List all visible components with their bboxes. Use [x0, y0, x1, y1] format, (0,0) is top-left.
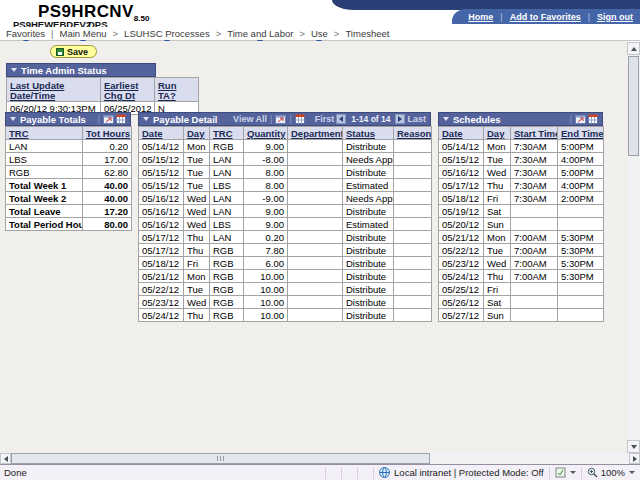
save-button[interactable]: Save	[50, 45, 97, 58]
add-to-favorites-link[interactable]: Add to Favorites	[510, 12, 581, 22]
next-page-button[interactable]	[395, 114, 405, 124]
scroll-left-button[interactable]	[0, 453, 11, 464]
home-link[interactable]: Home	[468, 12, 493, 22]
table-cell: 40.00	[83, 179, 132, 192]
column-header[interactable]: Reason	[394, 127, 432, 140]
section-title: Schedules	[453, 114, 501, 125]
table-cell: 05/18/12	[439, 192, 484, 205]
column-header[interactable]: End Time	[558, 127, 604, 140]
column-header[interactable]: Start Time	[511, 127, 558, 140]
collapse-triangle-icon[interactable]	[143, 117, 149, 121]
collapse-triangle-icon[interactable]	[443, 117, 449, 121]
column-header[interactable]: Date	[439, 127, 484, 140]
breadcrumb-item-lsuhsc-processes[interactable]: LSUHSC Processes	[124, 28, 210, 39]
column-header[interactable]: TRC	[6, 127, 83, 140]
column-header[interactable]: Tot Hours	[83, 127, 132, 140]
table-cell: 05/24/12	[439, 270, 484, 283]
table-cell: Sat	[484, 296, 511, 309]
view-all-link[interactable]: View All	[233, 114, 267, 124]
compatibility-view-segment[interactable]	[549, 467, 581, 479]
table-cell: Mon	[484, 140, 511, 153]
compatibility-view-icon	[555, 467, 566, 478]
column-header-label: Tot Hours	[86, 128, 130, 139]
header-row: DateDayTRCQuantityDepartmentStatusReason	[139, 127, 432, 140]
column-header[interactable]: Department	[288, 127, 343, 140]
payable-detail-table: DateDayTRCQuantityDepartmentStatusReason…	[138, 126, 432, 322]
last-page-link[interactable]: Last	[407, 114, 426, 124]
breadcrumb-item-time-and-labor[interactable]: Time and Labor	[227, 28, 293, 39]
table-cell: Wed	[484, 166, 511, 179]
download-grid-icon[interactable]	[116, 114, 126, 124]
table-cell: Sun	[484, 218, 511, 231]
table-cell: 0.20	[83, 140, 132, 153]
vertical-scrollbar[interactable]	[627, 42, 640, 453]
scroll-down-button[interactable]	[627, 440, 640, 453]
table-cell: Tue	[484, 153, 511, 166]
table-cell: Tue	[484, 244, 511, 257]
column-header[interactable]: Day	[184, 127, 210, 140]
column-header[interactable]: Run TA?	[155, 78, 199, 102]
breadcrumb-separator: >	[334, 28, 340, 39]
table-cell: 7.80	[244, 244, 288, 257]
breadcrumb: Favorites|Main Menu>LSUHSC Processes>Tim…	[0, 27, 640, 41]
column-header[interactable]: TRC	[210, 127, 244, 140]
previous-page-button[interactable]	[336, 114, 346, 124]
download-grid-icon[interactable]	[588, 114, 598, 124]
table-cell	[288, 270, 343, 283]
breadcrumb-separator: >	[113, 28, 119, 39]
horizontal-scrollbar[interactable]	[0, 453, 640, 464]
scroll-right-button[interactable]	[629, 453, 640, 464]
vertical-scroll-thumb[interactable]	[628, 56, 639, 156]
table-cell: Total Week 2	[6, 192, 83, 205]
column-header[interactable]: Earliest Chg Dt	[101, 78, 155, 102]
table-cell: 80.00	[83, 218, 132, 231]
first-page-link[interactable]: First	[315, 114, 335, 124]
breadcrumb-item-main-menu[interactable]: Main Menu	[60, 28, 107, 39]
column-header[interactable]: Day	[484, 127, 511, 140]
collapse-triangle-icon[interactable]	[10, 117, 16, 121]
column-header[interactable]: Quantity	[244, 127, 288, 140]
collapse-triangle-icon[interactable]	[11, 68, 17, 72]
time-admin-status-titlebar: Time Admin Status	[6, 63, 156, 77]
header-row: DateDayStart TimeEnd Time	[439, 127, 604, 140]
table-cell: Distribute	[343, 205, 394, 218]
schedules-titlebar: Schedules |	[438, 112, 603, 126]
table-cell: 05/16/12	[439, 166, 484, 179]
status-segment	[325, 467, 341, 479]
table-cell: 17.00	[83, 153, 132, 166]
table-cell: 8.00	[244, 166, 288, 179]
breadcrumb-item-use[interactable]: Use	[311, 28, 328, 39]
column-header[interactable]: Last Update Date/Time	[7, 78, 101, 102]
table-row: 05/22/12Tue7:00AM5:30PM	[439, 244, 604, 257]
breadcrumb-separator: |	[51, 28, 53, 39]
table-cell: LAN	[210, 205, 244, 218]
breadcrumb-item-timesheet[interactable]: Timesheet	[345, 28, 389, 39]
titlebar-separator: |	[570, 114, 572, 124]
table-cell: 05/20/12	[439, 218, 484, 231]
zoom-grid-icon[interactable]	[103, 114, 114, 124]
table-cell: RGB	[210, 270, 244, 283]
zoom-grid-icon[interactable]	[275, 114, 286, 124]
sign-out-link[interactable]: Sign out	[597, 12, 633, 22]
table-cell: 7:00AM	[511, 270, 558, 283]
zoom-control-segment[interactable]: 100%	[581, 467, 640, 479]
zoom-grid-icon[interactable]	[575, 114, 586, 124]
status-segment	[341, 467, 357, 479]
column-header[interactable]: Date	[139, 127, 184, 140]
security-zone-segment: Local intranet | Protected Mode: Off	[373, 467, 549, 479]
breadcrumb-item-favorites[interactable]: Favorites	[6, 28, 45, 39]
table-cell: 05/16/12	[139, 218, 184, 231]
table-cell: 05/17/12	[139, 244, 184, 257]
table-cell: 05/17/12	[439, 179, 484, 192]
table-row: 05/17/12ThuRGB7.80Distribute	[139, 244, 432, 257]
table-cell: -9.00	[244, 192, 288, 205]
table-row: 05/22/12TueRGB10.00Distribute	[139, 283, 432, 296]
table-cell	[288, 283, 343, 296]
download-grid-icon[interactable]	[295, 114, 305, 124]
table-row: 05/15/12TueLAN8.00Distribute	[139, 166, 432, 179]
table-cell: 05/22/12	[439, 244, 484, 257]
column-header[interactable]: Status	[343, 127, 394, 140]
horizontal-scroll-thumb[interactable]	[11, 453, 430, 464]
time-admin-status-table: Last Update Date/TimeEarliest Chg DtRun …	[6, 77, 199, 115]
scroll-up-button[interactable]	[627, 42, 640, 55]
